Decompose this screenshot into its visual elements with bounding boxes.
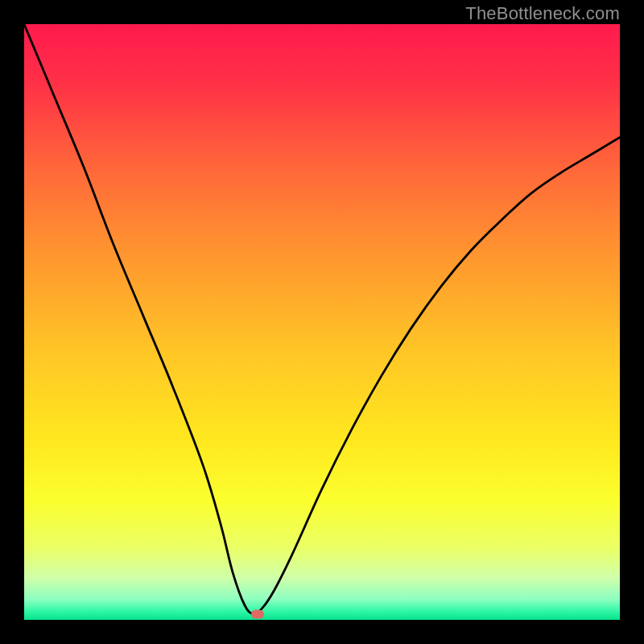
plot-area: [24, 24, 620, 620]
watermark-text: TheBottleneck.com: [465, 3, 620, 24]
bottleneck-curve: [24, 24, 620, 614]
chart-container: TheBottleneck.com: [0, 0, 644, 644]
optimal-point-marker: [251, 609, 264, 618]
curve-layer: [24, 24, 620, 620]
